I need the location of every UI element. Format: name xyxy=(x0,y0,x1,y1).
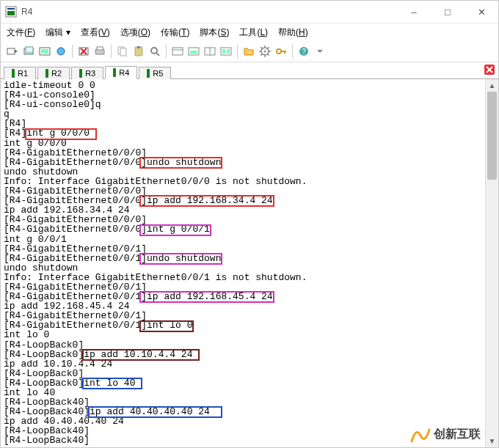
tb-copy-icon[interactable] xyxy=(115,44,130,59)
svg-rect-27 xyxy=(222,49,225,54)
titlebar: R4 – □ ✕ xyxy=(1,1,498,23)
svg-point-30 xyxy=(264,51,266,53)
menu-tools[interactable]: 工具(L) xyxy=(239,26,268,39)
close-button[interactable]: ✕ xyxy=(465,1,498,23)
maximize-button[interactable]: □ xyxy=(431,1,465,23)
svg-rect-17 xyxy=(137,46,140,48)
tab-label: R3 xyxy=(85,69,95,78)
menu-edit[interactable]: 编辑 ▾ xyxy=(45,26,70,39)
tb-new-session-icon[interactable] xyxy=(21,44,36,59)
svg-rect-7 xyxy=(41,49,48,54)
svg-rect-5 xyxy=(26,47,33,53)
terminal-output[interactable]: idle-timeout 0 0 [R4-ui-console0] [R4-ui… xyxy=(1,79,485,447)
scroll-up-icon[interactable]: ▲ xyxy=(486,79,498,92)
vertical-scrollbar[interactable]: ▲ ▼ xyxy=(485,79,498,447)
tb-terminal4-icon[interactable] xyxy=(219,44,233,59)
tb-paste-icon[interactable] xyxy=(131,44,146,59)
toolbar: ? xyxy=(1,41,498,62)
tab-r4[interactable]: R4 xyxy=(105,66,137,79)
tb-key-icon[interactable] xyxy=(274,44,288,59)
window-title: R4 xyxy=(21,7,32,17)
svg-line-19 xyxy=(156,53,159,56)
scroll-down-icon[interactable]: ▼ xyxy=(486,435,498,447)
tb-dropdown-icon[interactable] xyxy=(313,44,327,59)
tab-label: R5 xyxy=(153,69,163,78)
tb-help-icon[interactable]: ? xyxy=(296,44,311,59)
svg-rect-1 xyxy=(7,8,15,10)
svg-line-36 xyxy=(268,54,269,56)
minimize-button[interactable]: – xyxy=(397,1,431,23)
svg-rect-20 xyxy=(172,48,183,55)
tb-reconnect-icon[interactable] xyxy=(37,44,52,59)
status-dot-icon xyxy=(45,69,48,78)
svg-point-8 xyxy=(57,48,65,55)
tab-r3[interactable]: R3 xyxy=(71,67,103,79)
tb-quick-connect-icon[interactable] xyxy=(5,44,20,59)
svg-rect-3 xyxy=(7,48,15,54)
tb-separator-1 xyxy=(72,45,73,58)
tb-disconnect-icon[interactable] xyxy=(76,44,91,59)
menu-option[interactable]: 选项(O) xyxy=(120,26,150,39)
svg-line-37 xyxy=(261,54,262,56)
tb-print-icon[interactable] xyxy=(92,44,107,59)
menu-view[interactable]: 查看(V) xyxy=(81,26,110,39)
tb-network-icon[interactable] xyxy=(54,44,68,59)
tab-close-icon[interactable] xyxy=(484,64,495,76)
scroll-thumb[interactable] xyxy=(487,92,497,180)
menu-script[interactable]: 脚本(S) xyxy=(200,26,229,39)
status-dot-icon xyxy=(147,69,150,78)
content-wrap: idle-timeout 0 0 [R4-ui-console0] [R4-ui… xyxy=(1,79,498,447)
tab-label: R4 xyxy=(119,68,129,77)
svg-text:?: ? xyxy=(302,48,306,56)
status-dot-icon xyxy=(79,69,82,78)
tb-settings-icon[interactable] xyxy=(258,44,272,59)
menu-help[interactable]: 帮助(H) xyxy=(278,26,308,39)
tb-separator-4 xyxy=(237,45,238,58)
svg-point-18 xyxy=(151,48,157,54)
svg-rect-28 xyxy=(227,49,230,54)
svg-rect-2 xyxy=(7,11,15,15)
menu-xfer[interactable]: 传输(T) xyxy=(161,26,189,39)
svg-line-38 xyxy=(268,47,269,48)
svg-line-35 xyxy=(261,47,262,48)
tb-folder-icon[interactable] xyxy=(241,44,256,59)
tb-terminal1-icon[interactable] xyxy=(170,44,185,59)
tabs: R1 R2 R3 R4 R5 xyxy=(1,62,498,79)
scroll-track[interactable] xyxy=(486,92,498,435)
svg-rect-23 xyxy=(190,51,197,54)
tab-label: R2 xyxy=(51,69,62,78)
tb-terminal2-icon[interactable] xyxy=(186,44,201,59)
tab-r1[interactable]: R1 xyxy=(4,67,36,79)
tb-terminal3-icon[interactable] xyxy=(203,44,217,59)
window-controls: – □ ✕ xyxy=(397,1,498,23)
app-icon xyxy=(5,6,17,18)
tab-label: R1 xyxy=(18,69,28,78)
status-dot-icon xyxy=(12,69,15,78)
svg-rect-13 xyxy=(97,47,103,50)
svg-point-39 xyxy=(277,49,281,54)
tab-r5[interactable]: R5 xyxy=(139,67,171,79)
window: R4 – □ ✕ 文件(F) 编辑 ▾ 查看(V) 选项(O) 传输(T) 脚本… xyxy=(0,0,499,448)
tb-separator-5 xyxy=(292,45,293,58)
tb-separator-2 xyxy=(111,45,112,58)
tb-separator-3 xyxy=(166,45,167,58)
tb-find-icon[interactable] xyxy=(147,44,162,59)
menu-file[interactable]: 文件(F) xyxy=(7,26,35,39)
svg-rect-15 xyxy=(120,48,126,56)
menubar: 文件(F) 编辑 ▾ 查看(V) 选项(O) 传输(T) 脚本(S) 工具(L)… xyxy=(1,23,498,41)
tab-r2[interactable]: R2 xyxy=(37,67,70,79)
status-dot-icon xyxy=(113,68,116,77)
